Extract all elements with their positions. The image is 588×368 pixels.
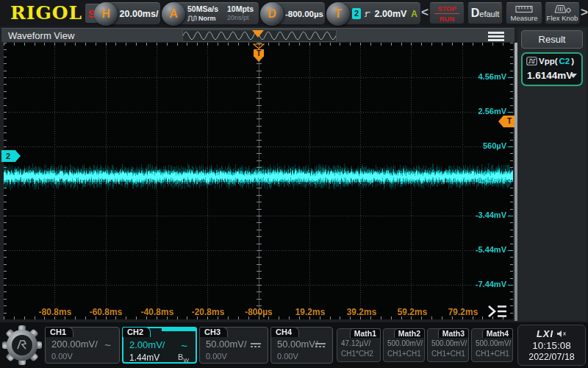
voltage-label: -7.44mV: [476, 280, 513, 289]
measurement-value: 1.6144mV: [527, 70, 573, 81]
run-label: RUN: [434, 13, 459, 23]
timebase-overview-strip[interactable]: [182, 29, 337, 42]
waveform-display[interactable]: [4, 43, 513, 319]
math4-box[interactable]: Math4 500.00mV/ CH1+CH1: [471, 328, 513, 362]
acquire-knob[interactable]: A: [162, 2, 185, 26]
system-status-box[interactable]: LXI 10:15:08 2022/07/18: [517, 325, 586, 366]
speaker-mute-icon: [556, 330, 567, 338]
math2-label: Math2: [394, 328, 425, 338]
toolbar-next-arrow[interactable]: >: [580, 5, 588, 20]
system-date: 2022/07/18: [528, 352, 575, 362]
rigol-logo: RIGOL: [10, 2, 82, 24]
time-label: -40.8ms: [135, 307, 180, 317]
delay-group[interactable]: D -800.00µs: [262, 2, 325, 24]
ac-coupling-icon: ~: [104, 339, 111, 351]
horizontal-group[interactable]: H 20.00ms/: [96, 2, 160, 24]
stop-label: STOP: [437, 4, 456, 13]
trigger-knob[interactable]: T: [326, 2, 350, 26]
math2-scale: 500.00mV/: [387, 339, 423, 347]
trigger-group[interactable]: T 2 2.00mV A: [328, 2, 420, 24]
chevron-down-icon[interactable]: [570, 74, 577, 78]
ac-coupling-icon: ~: [181, 339, 187, 352]
stop-run-button[interactable]: STOP RUN: [429, 2, 465, 24]
waveform-view-header: Waveform View: [1, 28, 514, 42]
channel2-box[interactable]: CH2 2.00mV/ ~ 1.44mV BW: [122, 327, 197, 364]
result-panel: Result Vpp(C2) 1.6144mV: [517, 28, 587, 321]
voltage-label: -5.44mV: [476, 245, 513, 254]
time-label: 19.2ms: [287, 307, 333, 317]
time-label: 79.2ms: [440, 307, 486, 317]
channel4-box[interactable]: CH4 50.00mV/ 0.00V: [270, 327, 333, 364]
math3-scale: 500.00mV/: [431, 339, 467, 347]
measure-button[interactable]: Measure: [506, 2, 542, 24]
time-label: -60.8ms: [83, 307, 129, 317]
voltage-label: -3.44mV: [476, 210, 513, 219]
rigol-gear-menu-button[interactable]: [1, 325, 43, 366]
measurement-channel: C2: [559, 57, 570, 66]
time-label: 39.2ms: [339, 307, 384, 317]
voltage-label: 4.56mV: [478, 72, 513, 81]
voltage-label: 560µV: [483, 141, 513, 150]
bandwidth-limit-badge: BW: [178, 353, 189, 364]
channel-status-bar: CH1 200.00mV/ ~ 0.00V CH2 2.00mV/ ~ 1.44…: [0, 322, 588, 368]
top-status-bar: RIGOL STOP H 20.00ms/ A 50MSa/s 10Mpts N…: [0, 0, 588, 26]
math2-box[interactable]: Math2 500.00mV/ CH1+CH1: [383, 328, 425, 362]
sample-rate: 50MSa/s: [187, 4, 227, 14]
result-panel-title: Result: [521, 30, 583, 49]
next-page-menu-icon[interactable]: [485, 303, 509, 319]
timebase-trigger-position-marker[interactable]: [252, 30, 264, 38]
delay-knob[interactable]: D: [260, 2, 284, 26]
trigger-sweep-mode: A: [411, 9, 417, 19]
toolbar-prev-arrow[interactable]: <: [420, 5, 429, 20]
acquire-group[interactable]: A 50MSa/s 10Mpts Norm 20ns/pt: [163, 2, 259, 24]
knob-icon: [553, 4, 572, 13]
channel2-label: CH2: [122, 327, 151, 337]
time-label: -800µs: [236, 307, 282, 317]
math1-label: Math1: [350, 328, 381, 338]
math1-box[interactable]: Math1 47.12µV/ CH1*CH2: [337, 328, 381, 362]
channel4-label: CH4: [270, 327, 299, 337]
math4-expression: CH1+CH1: [476, 350, 509, 358]
math2-expression: CH1+CH1: [387, 350, 421, 358]
menu-icon[interactable]: [488, 32, 504, 43]
math4-label: Math4: [482, 328, 513, 338]
channel3-box[interactable]: CH3 50.00mV/ 0.00V: [199, 327, 268, 364]
memory-depth: 10Mpts: [227, 4, 258, 14]
channel3-scale: 50.00mV/: [206, 339, 247, 350]
time-label: 59.2ms: [390, 307, 435, 317]
channel2-active-strip: [162, 327, 197, 331]
dc-coupling-icon: [315, 343, 326, 347]
math4-scale: 500.00mV/: [476, 339, 511, 347]
trigger-level: 2.00mV: [375, 9, 407, 19]
horizontal-knob[interactable]: H: [94, 2, 118, 26]
time-label: -20.8ms: [185, 307, 231, 317]
rising-edge-icon: [364, 9, 371, 19]
channel2-offset: 1.44mV: [129, 353, 159, 363]
trigger-source-badge: 2: [352, 8, 361, 19]
channel1-offset: 0.00V: [51, 352, 73, 361]
acquire-mode: Norm: [198, 15, 216, 22]
channel1-label: CH1: [45, 327, 74, 337]
time-label: -80.8ms: [32, 307, 78, 317]
channel1-box[interactable]: CH1 200.00mV/ ~ 0.00V: [45, 327, 120, 364]
vpp-icon: [526, 57, 537, 66]
voltage-label: 2.56mV: [478, 107, 513, 116]
channel1-scale: 200.00mV/: [51, 339, 98, 350]
system-time: 10:15:08: [532, 340, 571, 351]
measurement-vpp-card[interactable]: Vpp(C2) 1.6144mV: [521, 52, 583, 86]
sample-resolution: 20ns/pt: [227, 14, 258, 23]
default-button[interactable]: Default: [467, 2, 503, 24]
squarewave-icon: [187, 15, 197, 21]
math3-expression: CH1+CH1: [431, 350, 465, 358]
channel2-scale: 2.00mV/: [129, 339, 165, 350]
dc-coupling-icon: [251, 343, 261, 347]
channel3-offset: 0.00V: [206, 352, 227, 361]
trigger-position-outline-icon: [253, 43, 265, 49]
flex-knob-button[interactable]: Flex Knob: [545, 2, 580, 24]
oscilloscope-screen: RIGOL STOP H 20.00ms/ A 50MSa/s 10Mpts N…: [0, 0, 588, 368]
voltage-label: -1.44mV: [476, 176, 513, 185]
waveform-view-title: Waveform View: [8, 30, 74, 41]
timebase-scale: 20.00ms/: [121, 3, 157, 24]
math3-box[interactable]: Math3 500.00mV/ CH1+CH1: [427, 328, 469, 362]
measurement-name: Vpp(: [539, 57, 558, 66]
